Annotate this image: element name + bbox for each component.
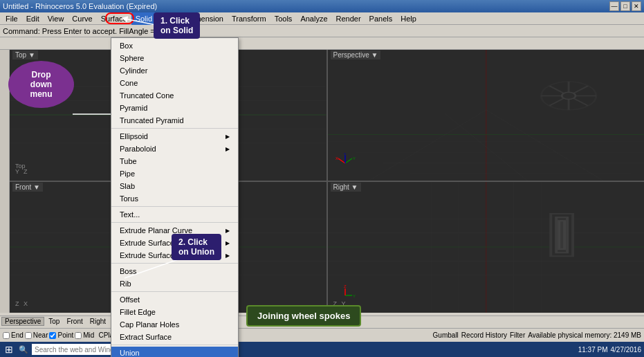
viewports-container: Top ▼ Y Z Top (10, 50, 644, 313)
maximize-button[interactable]: □ (620, 1, 630, 11)
viewport-perspective-btn[interactable]: Perspective ▼ (331, 51, 381, 60)
viewport-perspective-label[interactable]: Perspective ▼ (331, 51, 381, 59)
menu-analyze[interactable]: Analyze (296, 12, 331, 25)
close-button[interactable]: ✕ (632, 1, 641, 11)
viewport-right-label[interactable]: Right ▼ (331, 183, 361, 191)
toolbar (0, 37, 644, 50)
svg-text:Y: Y (353, 294, 356, 298)
menu-extrude-planar[interactable]: Extrude Planar Curve ▶ (111, 224, 238, 237)
menu-fillet-edge[interactable]: Fillet Edge (111, 306, 238, 318)
menu-slab[interactable]: Slab (111, 180, 238, 192)
menu-box[interactable]: Box (111, 39, 238, 52)
svg-line-16 (486, 110, 602, 181)
taskbar: ⊞ 🔍 ⧉ R 11:37 PM 4/27/2016 (0, 342, 644, 357)
menu-section-6: Offset Fillet Edge Cap Planar Holes Extr… (111, 292, 238, 345)
menu-union[interactable]: Union (111, 347, 238, 357)
menu-pyramid[interactable]: Pyramid (111, 102, 238, 114)
menu-edit[interactable]: Edit (22, 12, 44, 25)
snap-mid[interactable]: Mid (75, 331, 94, 339)
solid-dropdown-menu: Box Sphere Cylinder Cone Truncated Cone … (111, 37, 239, 357)
gumball-label: Gumball (433, 331, 459, 339)
viewport-front-btn[interactable]: Front ▼ (12, 183, 43, 192)
svg-text:Z: Z (344, 153, 347, 155)
menu-section-4: Extrude Planar Curve ▶ Extrude Surface ▶… (111, 223, 238, 264)
tab-right[interactable]: Right (87, 318, 109, 325)
menu-tools[interactable]: Tools (270, 12, 297, 25)
viewport-top-label[interactable]: Top ▼ (12, 51, 38, 59)
menu-extrude-surface[interactable]: Extrude Surface ▶ (111, 237, 238, 249)
svg-line-15 (369, 110, 486, 181)
menu-paraboloid[interactable]: Paraboloid ▶ (111, 143, 238, 155)
start-button[interactable]: ⊞ (3, 343, 15, 356)
menu-curve[interactable]: Curve (68, 12, 96, 25)
menu-extrude-boundary[interactable]: Extrude Surface to Boundary ▶ (111, 249, 238, 262)
menu-view[interactable]: View (44, 12, 68, 25)
svg-text:Z: Z (344, 285, 347, 289)
menu-section-2: Ellipsoid ▶ Paraboloid ▶ Tube Pipe Slab … (111, 129, 238, 207)
window-controls: — □ ✕ (609, 1, 641, 11)
minimize-button[interactable]: — (609, 1, 619, 11)
menu-pipe[interactable]: Pipe (111, 167, 238, 180)
svg-line-28 (345, 158, 352, 163)
menu-tube[interactable]: Tube (111, 155, 238, 167)
search-input[interactable] (32, 344, 122, 355)
memory-label: Available physical memory: 2149 MB (528, 331, 641, 339)
menu-torus[interactable]: Torus (111, 192, 238, 205)
viewport-right-btn[interactable]: Right ▼ (331, 183, 361, 192)
tab-top[interactable]: Top (46, 318, 62, 325)
viewport-perspective[interactable]: Perspective ▼ Y X Z (328, 50, 645, 181)
statusbar: End Near Point Mid CPlane x 6.434 y 8.11… (0, 328, 644, 342)
menu-panels[interactable]: Panels (365, 12, 397, 25)
menu-section-5: Boss Rib (111, 264, 238, 292)
menu-ellipsoid[interactable]: Ellipsoid ▶ (111, 130, 238, 143)
snap-near[interactable]: Near (25, 331, 48, 339)
time: 11:37 PM (578, 346, 608, 354)
viewport-top-btn[interactable]: Top ▼ (12, 51, 38, 60)
tab-perspective[interactable]: Perspective (1, 317, 44, 326)
menu-cylinder[interactable]: Cylinder (111, 64, 238, 77)
snap-point[interactable]: Point (49, 331, 73, 339)
menu-text[interactable]: Text... (111, 208, 238, 221)
search-icon[interactable]: 🔍 (17, 343, 30, 356)
menu-offset[interactable]: Offset (111, 293, 238, 306)
commandbar: Command: Press Enter to accept. FillAngl… (0, 25, 644, 37)
menu-render[interactable]: Render (332, 12, 365, 25)
menu-section-1: Box Sphere Cylinder Cone Truncated Cone … (111, 38, 238, 129)
menu-rib[interactable]: Rib (111, 277, 238, 290)
menu-sphere[interactable]: Sphere (111, 52, 238, 64)
svg-text:X: X (335, 156, 338, 161)
filter-label: Filter (510, 331, 525, 339)
menu-extract-surface[interactable]: Extract Surface (111, 331, 238, 343)
menu-truncated-cone[interactable]: Truncated Cone (111, 89, 238, 102)
svg-point-26 (562, 92, 576, 99)
sidebar-left (0, 50, 10, 313)
snap-end[interactable]: End (3, 331, 24, 339)
menu-solid[interactable]: Solid (131, 12, 156, 25)
titlebar: Untitled - Rhinoceros 5.0 Evaluation (Ex… (0, 0, 644, 12)
svg-line-29 (338, 158, 345, 163)
menu-transform[interactable]: Transform (228, 12, 270, 25)
menu-truncated-pyramid[interactable]: Truncated Pyramid (111, 114, 238, 127)
system-tray: 11:37 PM 4/27/2016 (578, 346, 641, 354)
svg-text:Y: Y (353, 156, 356, 161)
menu-file[interactable]: File (1, 12, 22, 25)
title-text: Untitled - Rhinoceros 5.0 Evaluation (Ex… (3, 2, 157, 10)
tab-front[interactable]: Front (64, 318, 85, 325)
viewport-front-label[interactable]: Front ▼ (12, 183, 43, 191)
date: 4/27/2016 (611, 346, 642, 354)
svg-rect-56 (559, 221, 564, 249)
viewport-right[interactable]: Right ▼ Z Y Y Z (328, 182, 645, 313)
record-history-label: Record History (461, 331, 507, 339)
menu-cap-planar[interactable]: Cap Planar Holes (111, 318, 238, 331)
menu-help[interactable]: Help (396, 12, 421, 25)
menu-section-3: Text... (111, 207, 238, 223)
right-status: Gumball Record History Filter Available … (433, 331, 641, 339)
main-area: Top ▼ Y Z Top (0, 50, 644, 313)
menubar: File Edit View Curve Surface Solid Mesh … (0, 12, 644, 25)
menu-dimension[interactable]: Dimension (183, 12, 228, 25)
menu-boss[interactable]: Boss (111, 265, 238, 277)
menu-cone[interactable]: Cone (111, 77, 238, 89)
menu-mesh[interactable]: Mesh (156, 12, 183, 25)
command-label: Command: (3, 27, 40, 35)
menu-surface[interactable]: Surface (97, 12, 131, 25)
